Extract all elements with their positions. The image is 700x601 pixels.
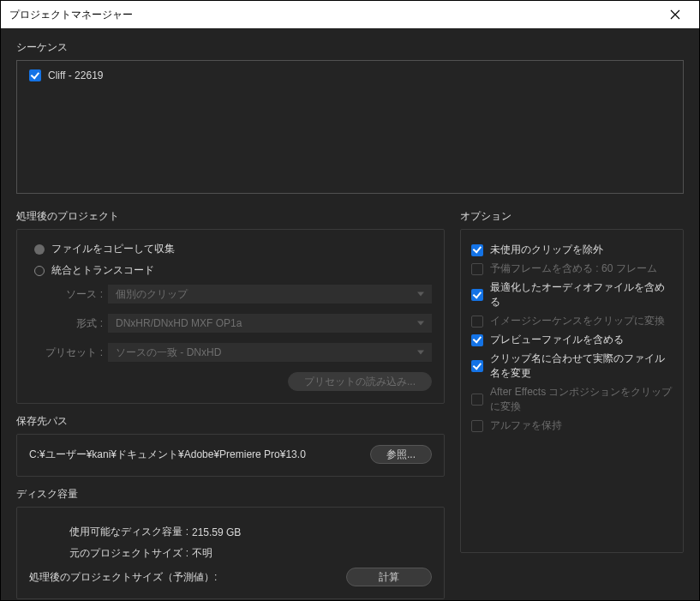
dest-panel: C:¥ユーザー¥kani¥ドキュメント¥Adobe¥Premiere Pro¥1… bbox=[16, 434, 445, 477]
option-label: After Effects コンポジションをクリップに変換 bbox=[490, 385, 673, 414]
option-label: 最適化したオーディオファイルを含める bbox=[490, 280, 673, 310]
option-checkbox[interactable] bbox=[471, 360, 483, 372]
option-label: 予備フレームを含める : 60 フレーム bbox=[490, 261, 657, 276]
sequence-item[interactable]: Cliff - 22619 bbox=[29, 69, 671, 81]
window-title: プロジェクトマネージャー bbox=[9, 8, 133, 22]
option-label: 未使用のクリップを除外 bbox=[490, 243, 603, 257]
option-row-5[interactable]: クリップ名に合わせて実際のファイル名を変更 bbox=[471, 352, 673, 381]
disk-section-label: ディスク容量 bbox=[16, 487, 445, 502]
option-checkbox bbox=[471, 420, 483, 432]
option-checkbox bbox=[471, 394, 483, 406]
radio-consolidate-transcode[interactable]: 統合とトランスコード bbox=[34, 263, 432, 278]
close-button[interactable] bbox=[658, 1, 692, 28]
radio-copy-collect[interactable]: ファイルをコピーして収集 bbox=[34, 242, 432, 256]
sequence-section-label: シーケンス bbox=[16, 40, 684, 55]
source-select[interactable]: 個別のクリップ bbox=[108, 285, 432, 304]
preset-select[interactable]: ソースの一致 - DNxHD bbox=[108, 343, 432, 362]
calculate-button[interactable]: 計算 bbox=[346, 568, 432, 586]
radio-transcode-label: 統合とトランスコード bbox=[51, 263, 154, 278]
option-row-4[interactable]: プレビューファイルを含める bbox=[471, 333, 673, 347]
sequence-list[interactable]: Cliff - 22619 bbox=[16, 60, 684, 194]
disk-orig-value: 不明 bbox=[192, 546, 212, 561]
option-label: クリップ名に合わせて実際のファイル名を変更 bbox=[490, 352, 673, 381]
source-value: 個別のクリップ bbox=[116, 287, 188, 302]
processed-panel: ファイルをコピーして収集 統合とトランスコード ソース : 個別のクリップ 形式… bbox=[16, 229, 445, 404]
option-checkbox bbox=[471, 263, 483, 275]
disk-est-label: 処理後のプロジェクトサイズ（予測値）: bbox=[29, 570, 217, 585]
options-panel: 未使用のクリップを除外予備フレームを含める : 60 フレーム最適化したオーディ… bbox=[460, 229, 684, 553]
option-row-7: アルファを保持 bbox=[471, 418, 673, 433]
titlebar: プロジェクトマネージャー bbox=[1, 1, 699, 28]
format-label: 形式 : bbox=[29, 316, 108, 331]
sequence-checkbox[interactable] bbox=[29, 69, 41, 81]
dest-section-label: 保存先パス bbox=[16, 414, 445, 429]
load-preset-button[interactable]: プリセットの読み込み... bbox=[288, 372, 432, 391]
disk-avail-label: 使用可能なディスク容量 : bbox=[29, 525, 192, 539]
option-checkbox[interactable] bbox=[471, 289, 483, 301]
radio-dot-icon bbox=[34, 266, 45, 276]
close-icon bbox=[670, 9, 680, 20]
option-label: イメージシーケンスをクリップに変換 bbox=[490, 314, 665, 328]
option-label: プレビューファイルを含める bbox=[490, 333, 624, 347]
sequence-item-label: Cliff - 22619 bbox=[48, 69, 103, 81]
option-checkbox bbox=[471, 316, 483, 328]
project-manager-window: プロジェクトマネージャー シーケンス Cliff - 22619 処理後のプロジ… bbox=[0, 0, 700, 601]
option-row-6: After Effects コンポジションをクリップに変換 bbox=[471, 385, 673, 414]
source-label: ソース : bbox=[29, 287, 108, 302]
disk-orig-label: 元のプロジェクトサイズ : bbox=[29, 546, 192, 561]
preset-value: ソースの一致 - DNxHD bbox=[116, 346, 221, 360]
format-value: DNxHR/DNxHD MXF OP1a bbox=[116, 317, 242, 329]
radio-copy-label: ファイルをコピーして収集 bbox=[51, 242, 175, 256]
option-checkbox[interactable] bbox=[471, 334, 483, 346]
option-label: アルファを保持 bbox=[490, 418, 562, 433]
preset-label: プリセット : bbox=[29, 346, 108, 360]
option-row-3: イメージシーケンスをクリップに変換 bbox=[471, 314, 673, 328]
options-section-label: オプション bbox=[460, 209, 684, 224]
disk-avail-value: 215.59 GB bbox=[192, 526, 241, 538]
processed-section-label: 処理後のプロジェクト bbox=[16, 209, 445, 224]
option-row-0[interactable]: 未使用のクリップを除外 bbox=[471, 243, 673, 257]
format-select[interactable]: DNxHR/DNxHD MXF OP1a bbox=[108, 314, 432, 333]
browse-button[interactable]: 参照... bbox=[370, 445, 432, 464]
option-row-1: 予備フレームを含める : 60 フレーム bbox=[471, 261, 673, 276]
option-row-2[interactable]: 最適化したオーディオファイルを含める bbox=[471, 280, 673, 310]
radio-dot-icon bbox=[34, 244, 45, 255]
option-checkbox[interactable] bbox=[471, 244, 483, 256]
disk-panel: 使用可能なディスク容量 : 215.59 GB 元のプロジェクトサイズ : 不明… bbox=[16, 507, 445, 599]
dest-path: C:¥ユーザー¥kani¥ドキュメント¥Adobe¥Premiere Pro¥1… bbox=[29, 448, 362, 462]
